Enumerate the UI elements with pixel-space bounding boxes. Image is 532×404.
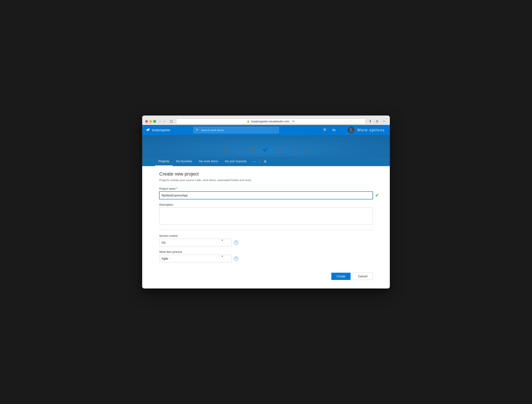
subnav-divider [260,160,260,164]
description-input[interactable] [159,208,373,225]
description-group: Description [159,203,373,225]
search-button[interactable]: 🔍 [322,127,329,133]
subnav-settings-button[interactable]: ⚙ [261,157,269,166]
version-control-select-wrapper: Git Team Foundation Version Control ▾ ? [159,239,373,246]
address-bar[interactable]: 🔒 bradymgaster.visualstudio.com ↻ [176,119,366,124]
close-button[interactable] [145,120,148,123]
cancel-button[interactable]: Cancel [353,273,373,280]
search-bar[interactable]: 🔍 Search work items [193,127,279,133]
notifications-button[interactable]: 👤 [339,127,346,133]
browser-chrome: ‹ › ⊡ 🔒 bradymgaster.visualstudio.com ↻ … [142,115,390,125]
create-button[interactable]: Create [331,273,351,280]
subnav-pull-requests[interactable]: My pull requests [222,157,250,166]
version-control-help-icon[interactable]: ? [234,240,238,245]
top-nav-right: 🔍 🛍 👤 👤 More options [322,127,386,134]
page-subtitle: Projects contain your source code, work … [159,179,373,182]
refresh-icon[interactable]: ↻ [292,120,295,123]
work-item-process-help-icon[interactable]: ? [234,257,238,261]
traffic-lights [145,120,156,123]
search-placeholder-text: Search work items [201,128,224,132]
search-icon: 🔍 [196,128,199,132]
sub-nav: Projects My favorites My work items My p… [142,157,390,166]
subnav-favorites[interactable]: My favorites [173,157,196,166]
description-label: Description [159,203,373,206]
project-name-input[interactable] [159,192,373,199]
form-divider [159,230,373,230]
work-item-process-group: Work item process Agile Scrum CMMI ▾ ? [159,250,373,263]
hero-section: </> [142,135,390,166]
form-buttons-row: Create Cancel [159,269,373,280]
sidebar-toggle-button[interactable]: ⊡ [169,119,174,124]
work-item-process-select[interactable]: Agile Scrum CMMI [159,255,232,263]
minimize-button[interactable] [149,120,152,123]
project-name-input-wrapper: ✓ [159,192,373,199]
subnav-more-button[interactable]: ··· [250,157,258,166]
new-tab-button[interactable]: + [381,119,387,124]
subnav-work-items[interactable]: My work items [196,157,221,166]
validation-check-icon: ✓ [375,193,379,198]
subnav-projects[interactable]: Projects [155,157,173,166]
work-item-process-select-wrapper: Agile Scrum CMMI ▾ ? [159,255,373,263]
page-title: Create new project [159,171,373,177]
share-button[interactable]: ⬆ [368,119,373,124]
org-name-label: bradymgaster [152,128,170,132]
more-options-button[interactable]: More options [356,127,386,133]
top-nav: bradymgaster 🔍 Search work items 🔍 🛍 👤 👤… [142,125,390,135]
required-indicator: * [177,187,178,190]
version-control-group: Version control Git Team Foundation Vers… [159,234,373,246]
browser-actions: ⬆ ⧉ + [368,119,387,124]
browser-window: ‹ › ⊡ 🔒 bradymgaster.visualstudio.com ↻ … [142,115,390,289]
nav-buttons: ‹ › [158,119,166,124]
version-control-label: Version control [159,234,373,237]
vsts-logo[interactable]: bradymgaster [146,128,170,132]
app-content: bradymgaster 🔍 Search work items 🔍 🛍 👤 👤… [142,125,390,289]
work-item-process-label: Work item process [159,250,373,253]
vsts-logo-icon [146,128,150,132]
version-control-select[interactable]: Git Team Foundation Version Control [159,239,232,246]
lock-icon: 🔒 [247,120,250,123]
back-button[interactable]: ‹ [158,119,162,124]
main-form-content: Create new project Projects contain your… [142,166,390,289]
basket-button[interactable]: 🛍 [330,127,337,133]
duplicate-button[interactable]: ⧉ [375,119,380,124]
maximize-button[interactable] [153,120,156,123]
user-avatar[interactable]: 👤 [348,127,354,134]
forward-button[interactable]: › [163,119,166,124]
project-name-group: Project name * ✓ [159,187,373,199]
address-text: bradymgaster.visualstudio.com [251,120,289,123]
project-name-label: Project name * [159,187,373,190]
